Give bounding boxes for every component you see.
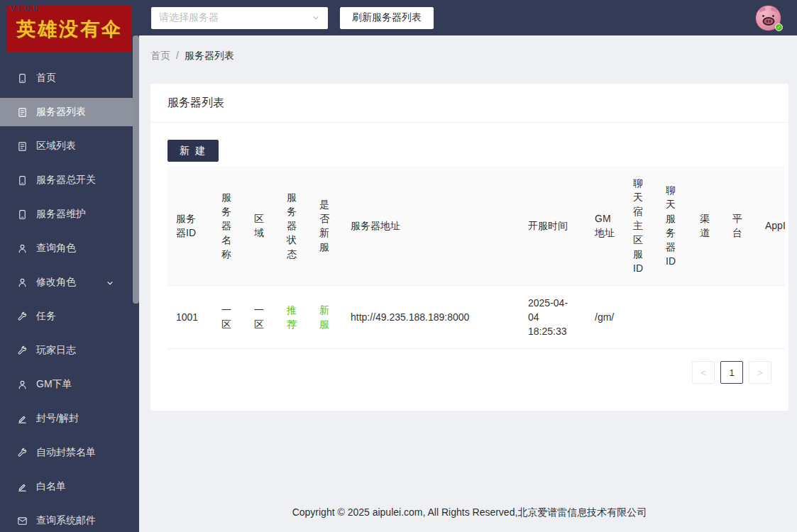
table-cell [625,286,657,349]
sidebar-item-whitelist[interactable]: 白名单 [0,472,133,501]
server-select-placeholder: 请选择服务器 [159,11,219,24]
column-header: 聊天宿主区服ID [625,166,657,286]
breadcrumb: 首页 / 服务器列表 [150,50,788,62]
table-cell: 2025-04-04 18:25:33 [520,286,586,349]
server-list-card: 服务器列表 新 建 服务器ID服务器名称区域服务器状态是否新服服务器地址开服时间… [150,84,788,411]
server-maintenance-icon [17,209,28,220]
sidebar-item-label: 查询系统邮件 [36,514,96,527]
column-header: 开服时间 [520,166,586,286]
table-cell [657,286,691,349]
tasks-icon [17,311,28,322]
sidebar-item-server-master-switch[interactable]: 服务器总开关 [0,166,133,194]
column-header: 是否新服 [311,166,342,286]
sidebar-item-label: 修改角色 [36,276,76,289]
table-cell [691,286,724,349]
table-cell: 一区 [246,286,278,349]
table-cell: 1001 [167,286,213,349]
user-avatar[interactable]: ✓ [755,5,781,31]
table-row: 1001一区一区推荐新服http://49.235.188.189:800020… [167,286,785,349]
sidebar-item-gm-order[interactable]: GM下单 [0,370,133,399]
sidebar-item-modify-role[interactable]: 修改角色 [0,268,133,297]
card-body: 新 建 服务器ID服务器名称区域服务器状态是否新服服务器地址开服时间GM地址聊天… [150,123,788,411]
chevron-down-icon [312,13,320,22]
sidebar-item-label: 服务器维护 [36,208,86,221]
query-role-icon [17,243,28,254]
pagination: < 1 > [167,361,771,384]
sidebar-item-tasks[interactable]: 任务 [0,302,133,331]
pagination-page-1-button[interactable]: 1 [720,361,743,384]
table-cell [757,286,785,349]
server-list-icon [17,107,28,118]
sidebar-item-label: 区域列表 [36,140,76,153]
sidebar-item-system-mail[interactable]: 查询系统邮件 [0,506,133,532]
pagination-next-button[interactable]: > [749,361,771,384]
sidebar-item-label: 玩家日志 [36,344,76,357]
sidebar-item-label: 服务器列表 [36,106,86,118]
sidebar-item-query-role[interactable]: 查询角色 [0,234,133,262]
chevron-down-icon [106,278,114,287]
system-mail-icon [17,516,28,526]
sidebar-item-label: 首页 [36,72,56,84]
app-version: V1.0.0 [10,3,39,13]
home-icon [17,73,28,84]
table-cell [724,286,757,349]
sidebar-item-label: 自动封禁名单 [36,446,96,459]
online-status-badge: ✓ [775,23,783,31]
table-cell: 一区 [213,286,246,349]
sidebar-item-server-maintenance[interactable]: 服务器维护 [0,200,133,228]
column-header: 平台 [724,166,757,286]
sidebar-item-home[interactable]: 首页 [0,64,133,92]
footer-copyright: Copyright © 2025 aipulei.com, All Rights… [150,492,788,532]
refresh-server-list-button[interactable]: 刷新服务器列表 [340,7,434,29]
server-table: 服务器ID服务器名称区域服务器状态是否新服服务器地址开服时间GM地址聊天宿主区服… [167,166,785,349]
sidebar-item-zone-list[interactable]: 区域列表 [0,132,133,160]
new-server-button[interactable]: 新 建 [167,140,219,162]
column-header: 服务器状态 [278,166,311,286]
server-table-wrapper: 服务器ID服务器名称区域服务器状态是否新服服务器地址开服时间GM地址聊天宿主区服… [167,166,785,349]
sidebar-scrollbar[interactable] [133,35,139,304]
sidebar-item-label: GM下单 [36,378,72,391]
table-body: 1001一区一区推荐新服http://49.235.188.189:800020… [167,286,785,349]
table-cell: http://49.235.188.189:8000 [342,286,520,349]
column-header: 区域 [246,166,278,286]
column-header: 服务器地址 [342,166,520,286]
sidebar-item-player-logs[interactable]: 玩家日志 [0,336,133,365]
breadcrumb-current: 服务器列表 [185,50,234,62]
sidebar-item-auto-ban-list[interactable]: 自动封禁名单 [0,438,133,467]
breadcrumb-separator: / [176,50,179,62]
server-select[interactable]: 请选择服务器 [151,7,328,29]
topbar: 请选择服务器 刷新服务器列表 ✓ [139,0,797,35]
sidebar: V1.0.0 英雄没有伞 首页 服务器列表 区域列表 服务器总开关 服务器维护 [0,0,139,532]
column-header: 服务器ID [167,166,213,286]
modify-role-icon [17,277,28,288]
column-header: AppID [757,166,785,286]
column-header: 聊天服务器ID [657,166,691,286]
column-header: 服务器名称 [213,166,246,286]
table-cell: 推荐 [278,286,311,349]
server-master-switch-icon [17,175,28,186]
main-area: 请选择服务器 刷新服务器列表 ✓ 首页 / 服务器列表 服务器列表 新 建 [139,0,797,532]
sidebar-item-label: 查询角色 [36,242,76,255]
sidebar-item-server-list[interactable]: 服务器列表 [0,98,133,126]
pagination-prev-button[interactable]: < [692,361,715,384]
sidebar-menu: 首页 服务器列表 区域列表 服务器总开关 服务器维护 查询角色 [0,64,139,532]
table-cell: 新服 [311,286,342,349]
sidebar-item-ban-unban[interactable]: 封号/解封 [0,404,133,433]
app-title: 英雄没有伞 [16,16,123,42]
logo-block: V1.0.0 英雄没有伞 [0,0,139,57]
sidebar-item-label: 任务 [36,310,56,323]
sidebar-item-label: 白名单 [36,480,66,493]
table-header-row: 服务器ID服务器名称区域服务器状态是否新服服务器地址开服时间GM地址聊天宿主区服… [167,166,785,286]
breadcrumb-home[interactable]: 首页 [150,50,170,62]
column-header: GM地址 [586,166,625,286]
gm-order-icon [17,379,28,390]
card-title: 服务器列表 [150,84,788,123]
ban-unban-icon [17,414,28,424]
sidebar-item-label: 服务器总开关 [36,174,96,187]
player-logs-icon [17,345,28,356]
column-header: 渠道 [691,166,724,286]
zone-list-icon [17,141,28,152]
table-cell: /gm/ [586,286,625,349]
auto-ban-list-icon [17,448,28,458]
sidebar-item-label: 封号/解封 [36,412,79,425]
